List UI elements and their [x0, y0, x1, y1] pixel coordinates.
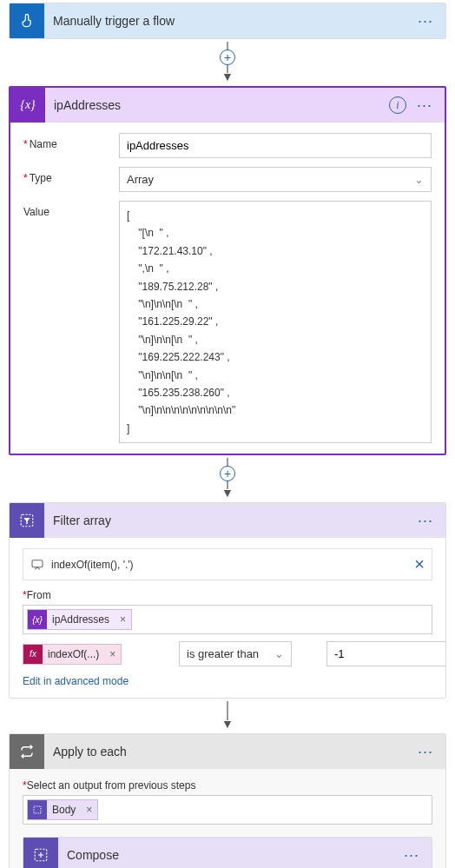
- more-icon[interactable]: ···: [414, 743, 437, 761]
- connector: + ▼: [0, 42, 455, 83]
- variable-header[interactable]: {x} ipAddresses i ···: [10, 88, 445, 123]
- expression-bar: indexOf(item(), '.') ×: [23, 548, 432, 580]
- operator-select[interactable]: is greater than ⌄: [179, 641, 292, 666]
- chevron-down-icon: ⌄: [414, 173, 424, 186]
- connector: ▼: [0, 701, 455, 731]
- svg-rect-1: [32, 560, 43, 567]
- info-icon[interactable]: i: [389, 96, 406, 114]
- apply-header[interactable]: Apply to each ···: [10, 734, 445, 769]
- filter-card[interactable]: Filter array ··· indexOf(item(), '.') × …: [9, 502, 446, 699]
- expression-icon: [30, 558, 44, 572]
- value-textarea[interactable]: [ "[\n " , "172.21.43.10" , ",\n " , "18…: [119, 201, 432, 443]
- type-select[interactable]: Array ⌄: [119, 167, 432, 192]
- apply-to-each-card[interactable]: Apply to each ··· *Select an output from…: [9, 733, 446, 868]
- arrow-down-icon: ▼: [221, 717, 234, 731]
- compose-header[interactable]: Compose ···: [23, 838, 432, 868]
- type-value: Array: [127, 173, 154, 186]
- loop-icon: [10, 734, 44, 769]
- compose-icon: [23, 838, 58, 868]
- fx-token[interactable]: fx indexOf(...) ×: [23, 644, 122, 665]
- add-step-button[interactable]: +: [220, 50, 235, 65]
- select-output-label: *Select an output from previous steps: [23, 779, 432, 792]
- from-token[interactable]: {x} ipAddresses ×: [27, 609, 132, 630]
- arrow-down-icon: ▼: [221, 70, 234, 83]
- more-icon[interactable]: ···: [413, 96, 436, 115]
- filter-controls: fx indexOf(...) × is greater than ⌄: [23, 641, 432, 666]
- compose-card[interactable]: Compose ··· *Inputs fx item() ×: [23, 837, 432, 868]
- filter-body: indexOf(item(), '.') × *From {x} ipAddre…: [10, 538, 445, 698]
- condition-value-input[interactable]: [326, 641, 446, 666]
- svg-rect-2: [34, 806, 41, 813]
- variable-body: *Name *Type Array ⌄ Value [ "[\n " , "17…: [10, 123, 445, 454]
- variable-title: ipAddresses: [45, 98, 389, 112]
- name-input[interactable]: [119, 133, 432, 158]
- close-icon[interactable]: ×: [414, 554, 425, 574]
- apply-title: Apply to each: [44, 745, 414, 759]
- variable-card[interactable]: {x} ipAddresses i ··· *Name *Type Array …: [9, 86, 446, 455]
- condition-left[interactable]: fx indexOf(...) ×: [23, 644, 144, 665]
- more-icon[interactable]: ···: [414, 512, 437, 530]
- arrow-down-icon: ▼: [221, 486, 234, 500]
- apply-body: *Select an output from previous steps Bo…: [10, 769, 445, 868]
- trigger-header[interactable]: Manually trigger a flow ···: [10, 3, 445, 38]
- remove-token-icon[interactable]: ×: [81, 804, 97, 816]
- body-token[interactable]: Body ×: [27, 799, 98, 820]
- value-label: Value: [23, 201, 119, 218]
- filter-title: Filter array: [44, 514, 414, 527]
- variable-icon: {x}: [28, 610, 47, 629]
- compose-title: Compose: [58, 848, 400, 862]
- chevron-down-icon: ⌄: [274, 647, 284, 660]
- from-input[interactable]: {x} ipAddresses ×: [23, 605, 432, 634]
- expression-text: indexOf(item(), '.'): [51, 559, 414, 571]
- connector: + ▼: [0, 458, 455, 500]
- more-icon[interactable]: ···: [400, 846, 423, 865]
- operator-value: is greater than: [187, 647, 259, 660]
- variable-icon: {x}: [10, 88, 45, 123]
- select-output-input[interactable]: Body ×: [23, 795, 432, 825]
- filter-header[interactable]: Filter array ···: [10, 503, 445, 538]
- touch-icon: [10, 3, 44, 38]
- fx-icon: fx: [23, 645, 43, 664]
- type-label: *Type: [23, 167, 119, 184]
- remove-token-icon[interactable]: ×: [104, 648, 121, 660]
- more-icon[interactable]: ···: [414, 12, 437, 30]
- add-step-button[interactable]: +: [220, 466, 235, 481]
- trigger-card[interactable]: Manually trigger a flow ···: [9, 3, 446, 39]
- advanced-mode-link[interactable]: Edit in advanced mode: [23, 675, 432, 687]
- remove-token-icon[interactable]: ×: [115, 613, 131, 626]
- trigger-title: Manually trigger a flow: [44, 14, 414, 28]
- filter-icon: [10, 503, 44, 538]
- name-label: *Name: [23, 133, 119, 150]
- filter-output-icon: [28, 800, 47, 819]
- from-label: *From: [23, 589, 432, 601]
